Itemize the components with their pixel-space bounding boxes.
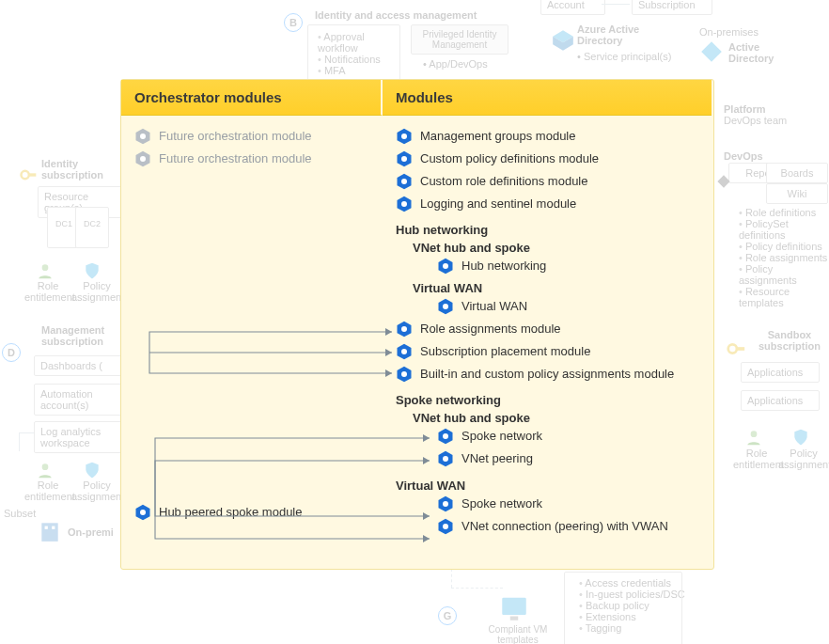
- module-custom-policy-def: Custom policy definitions module: [396, 148, 698, 170]
- svg-rect-8: [28, 173, 36, 176]
- hex-icon: [134, 504, 151, 521]
- svg-point-43: [443, 456, 448, 462]
- bg-apps2: Applications: [741, 390, 820, 411]
- modules-panel: Orchestrator modules Future orchestratio…: [120, 79, 714, 570]
- hex-icon: [396, 150, 413, 167]
- svg-point-4: [728, 344, 737, 353]
- svg-point-37: [401, 349, 407, 354]
- svg-point-35: [401, 326, 407, 332]
- svg-marker-2: [701, 41, 722, 62]
- svg-point-29: [401, 201, 407, 207]
- hex-icon: [396, 321, 413, 338]
- policy-icon-l2: [83, 461, 102, 479]
- svg-point-33: [443, 304, 448, 309]
- bg-wiki: Wiki: [766, 183, 828, 204]
- svg-point-7: [22, 171, 29, 179]
- module-virtual-wan: Virtual WAN: [437, 295, 698, 318]
- svg-point-25: [401, 156, 407, 162]
- policy-icon-r: [791, 428, 810, 447]
- svg-point-17: [140, 134, 146, 139]
- module-role-assignments: Role assignments module: [396, 318, 698, 340]
- bg-boards: Boards: [766, 163, 828, 183]
- svg-rect-11: [41, 523, 57, 542]
- vnet-hub-spoke-heading: VNet hub and spoke: [413, 241, 698, 255]
- svg-point-47: [443, 524, 448, 529]
- hex-icon: [437, 495, 454, 512]
- hex-icon: [396, 173, 413, 190]
- module-spoke-network-2: Spoke network: [437, 493, 698, 515]
- module-vnet-connection-vwan: VNet connection (peering) with VWAN: [437, 515, 698, 538]
- hex-icon: [437, 298, 454, 315]
- module-mgmt-groups: Management groups module: [396, 125, 698, 148]
- module-spoke-network-1: Spoke network: [437, 425, 698, 448]
- svg-point-27: [401, 179, 407, 184]
- policy-icon-l1: [83, 261, 102, 280]
- module-logging-sentinel: Logging and sentinel module: [396, 193, 698, 215]
- spoke-vwan-heading: Virtual WAN: [396, 479, 698, 493]
- spoke-vnet-heading: VNet hub and spoke: [413, 411, 698, 425]
- hub-peered-spoke-module: Hub peered spoke module: [134, 501, 369, 524]
- bg-aad-title: Azure Active Directory: [577, 24, 652, 46]
- bg-subscription-box: Subscription: [632, 0, 712, 15]
- hex-icon: [396, 343, 413, 360]
- vm-icon: [498, 592, 530, 624]
- svg-point-45: [443, 501, 448, 507]
- badge-d: D: [2, 343, 21, 362]
- svg-point-31: [443, 263, 448, 269]
- svg-rect-5: [736, 347, 744, 351]
- future-module-1: Future orchestration module: [134, 125, 369, 148]
- hex-icon: [134, 150, 151, 167]
- future-module-label: Future orchestration module: [159, 125, 312, 148]
- person-icon-r: [744, 428, 763, 447]
- module-hub-networking: Hub networking: [437, 255, 698, 277]
- hex-icon: [437, 518, 454, 535]
- hex-icon: [437, 428, 454, 445]
- svg-point-41: [443, 433, 448, 439]
- svg-marker-3: [717, 175, 729, 187]
- ad-icon: [699, 39, 724, 64]
- bg-pim-box: Privileged Identity Management: [411, 24, 508, 55]
- key-icon-2: [19, 165, 38, 184]
- bg-automation: Automation account(s): [34, 384, 126, 416]
- virtual-wan-heading: Virtual WAN: [413, 281, 698, 295]
- bg-dashboards: Dashboards (: [34, 355, 126, 376]
- hex-icon: [396, 196, 413, 212]
- bg-account-box: Account: [540, 0, 605, 15]
- bg-mgmt-sub: Management subscription: [41, 324, 117, 347]
- module-custom-role-def: Custom role definitions module: [396, 170, 698, 193]
- svg-point-21: [140, 510, 146, 515]
- badge-b: B: [284, 13, 303, 32]
- key-icon: [726, 338, 746, 359]
- bg-sandbox: Sandbox subscription: [752, 329, 827, 352]
- hex-icon: [396, 366, 413, 383]
- hex-icon: [134, 128, 151, 145]
- module-policy-assignments: Built-in and custom policy assignments m…: [396, 363, 698, 385]
- person-icon-l2: [36, 461, 55, 479]
- svg-rect-12: [45, 526, 48, 529]
- bg-dc2: DC2: [75, 207, 109, 248]
- module-subscription-placement: Subscription placement module: [396, 340, 698, 363]
- hex-icon: [396, 128, 413, 145]
- spoke-networking-heading: Spoke networking: [396, 393, 698, 407]
- bg-law: Log analytics workspace: [34, 421, 126, 453]
- svg-point-10: [42, 463, 49, 470]
- module-vnet-peering: VNet peering: [437, 448, 698, 470]
- svg-rect-14: [502, 598, 526, 615]
- building-icon: [38, 519, 62, 543]
- svg-rect-13: [52, 526, 55, 529]
- bg-apps1: Applications: [741, 362, 820, 383]
- hub-networking-heading: Hub networking: [396, 223, 698, 237]
- svg-point-23: [401, 134, 407, 139]
- modules-column: Modules Management groups module Custom …: [383, 80, 712, 569]
- person-icon-l1: [36, 261, 55, 280]
- bg-subset: Subset: [4, 508, 36, 519]
- hex-icon: [437, 258, 454, 275]
- aad-icon: [551, 28, 575, 53]
- hub-peered-spoke-label: Hub peered spoke module: [159, 501, 303, 524]
- badge-g: G: [438, 606, 457, 625]
- bg-vm-label: Compliant VM templates: [485, 624, 551, 644]
- svg-point-19: [140, 156, 146, 162]
- git-icon: [716, 174, 731, 189]
- svg-rect-15: [510, 617, 519, 620]
- future-module-2: Future orchestration module: [134, 148, 369, 170]
